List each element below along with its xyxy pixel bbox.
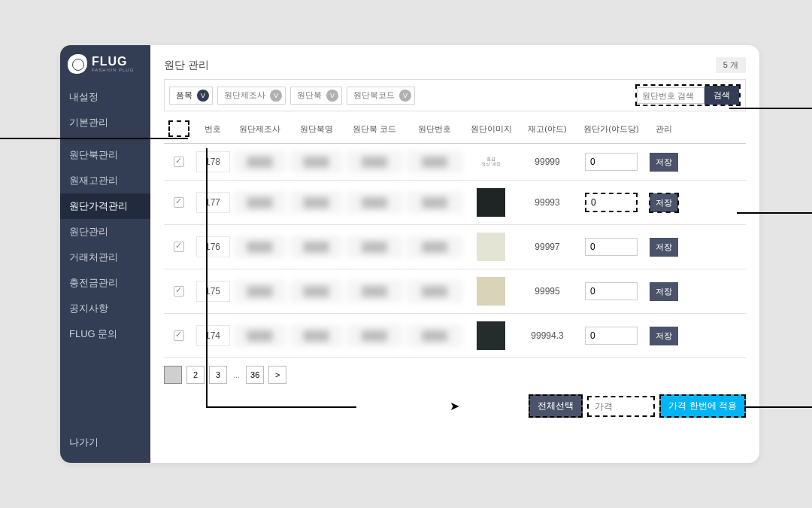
save-button[interactable]: 저장 [650,282,678,301]
save-button[interactable]: 저장 [650,238,678,257]
price-input[interactable] [585,282,638,300]
arrow-icon: ➤ [450,399,459,413]
bulk-apply-button[interactable]: 가격 한번에 적용 [659,394,746,418]
cell-code: ████ [347,281,401,302]
cell-image [465,188,517,217]
cell-stock: 99994.3 [517,330,577,341]
nav-logout[interactable]: 나가기 [60,425,150,463]
nav-inquiry[interactable]: FLUG 문의 [60,321,150,347]
logo-subtitle: FASHION PLUG [92,68,134,72]
cell-code: ████ [347,236,401,257]
chevron-down-icon: V [326,90,338,102]
page-1[interactable]: 1 [164,366,182,384]
table-row: 178████████████████질감색상 매칭99999저장 [164,144,746,181]
cell-maker: ████ [235,192,286,213]
logo-brand: FLUG [92,56,134,68]
row-checkbox[interactable] [174,242,184,252]
th-stock: 재고(야드) [517,120,577,137]
th-bookname: 원단북명 [288,120,344,137]
th-check [164,120,194,137]
cell-maker: ████ [235,325,286,346]
chevron-down-icon: V [197,90,209,102]
th-fabricno: 원단번호 [404,120,465,137]
save-button[interactable]: 저장 [650,193,678,212]
nav-fabric-book[interactable]: 원단북관리 [60,142,150,168]
cell-stock: 99995 [517,286,577,297]
page-last[interactable]: 36 [246,366,264,384]
filter-maker[interactable]: 원단제조사V [217,87,286,105]
cell-stock: 99997 [517,242,577,252]
cell-maker: ████ [235,236,286,257]
fabric-swatch [477,277,505,306]
row-checkbox[interactable] [174,286,184,297]
app-window: FLUG FASHION PLUG 내설정 기본관리 원단북관리 원재고관리 원… [60,45,759,463]
cell-maker: ████ [235,151,286,172]
table-row: 177████████████████99993저장 [164,181,746,225]
swatch-placeholder: 질감색상 매칭 [481,157,501,167]
filter-book[interactable]: 원단북V [290,87,342,105]
cell-bookname: ████ [291,325,342,346]
chevron-down-icon: V [270,90,282,102]
main-content: 원단 관리 5 개 품목V 원단제조사V 원단북V 원단북코드V 검색 [150,45,759,463]
cell-stock: 99999 [517,157,577,167]
select-all-button[interactable]: 전체선택 [529,394,583,418]
search-button[interactable]: 검색 [704,86,739,105]
pagination: 1 2 3 ... 36 > [164,366,746,384]
save-button[interactable]: 저장 [650,327,678,345]
cell-fabricno: ████ [408,236,462,257]
cell-maker: ████ [235,281,286,302]
th-image: 원단이미지 [465,120,517,137]
price-input[interactable] [585,327,638,345]
cell-fabricno: ████ [408,325,462,346]
cell-num: 175 [196,281,230,302]
price-input[interactable] [585,193,638,212]
nav-charge[interactable]: 충전금관리 [60,270,150,296]
cell-image [465,277,517,306]
cell-fabricno: ████ [408,281,462,302]
page-ellipsis: ... [232,370,241,379]
save-button[interactable]: 저장 [650,153,678,172]
row-checkbox[interactable] [174,157,184,167]
sidebar: FLUG FASHION PLUG 내설정 기본관리 원단북관리 원재고관리 원… [60,45,150,463]
filter-code[interactable]: 원단북코드V [347,87,415,105]
th-code: 원단북 코드 [344,120,404,137]
search-box: 검색 [635,84,741,106]
nav-raw-stock[interactable]: 원재고관리 [60,168,150,193]
nav-notice[interactable]: 공지사항 [60,296,150,321]
cell-stock: 99993 [517,197,577,208]
nav-clients[interactable]: 거래처관리 [60,245,150,270]
cell-num: 174 [196,325,230,346]
table-row: 176████████████████99997저장 [164,225,746,269]
filter-item[interactable]: 품목V [169,87,213,105]
cell-bookname: ████ [291,281,342,302]
cell-bookname: ████ [291,192,342,213]
page-2[interactable]: 2 [186,366,205,384]
cell-image: 질감색상 매칭 [465,157,517,167]
fabric-swatch [477,233,505,261]
nav-fabric[interactable]: 원단관리 [60,219,150,245]
logo: FLUG FASHION PLUG [60,45,150,84]
page-3[interactable]: 3 [209,366,227,384]
nav: 내설정 기본관리 원단북관리 원재고관리 원단가격관리 원단관리 거래처관리 충… [60,84,150,347]
search-input[interactable] [637,87,704,104]
fabric-swatch [477,188,505,217]
th-num: 번호 [194,120,232,137]
nav-basic[interactable]: 기본관리 [60,110,150,135]
cell-fabricno: ████ [408,192,462,213]
table-body: 178████████████████질감색상 매칭99999저장177████… [164,144,746,358]
cell-code: ████ [347,325,401,346]
price-input[interactable] [585,153,638,171]
th-price: 원단가(야드당) [577,120,645,137]
row-checkbox[interactable] [174,330,184,341]
price-input[interactable] [585,238,638,256]
page-next[interactable]: > [268,366,286,384]
th-manage: 관리 [645,120,683,137]
cell-fabricno: ████ [408,151,462,172]
logo-icon [68,54,87,74]
row-checkbox[interactable] [174,197,184,208]
bulk-price-input[interactable] [587,396,655,417]
filter-bar: 품목V 원단제조사V 원단북V 원단북코드V 검색 [164,79,746,111]
nav-settings[interactable]: 내설정 [60,84,150,110]
count-badge: 5 개 [716,57,746,73]
nav-fabric-price[interactable]: 원단가격관리 [60,193,150,219]
